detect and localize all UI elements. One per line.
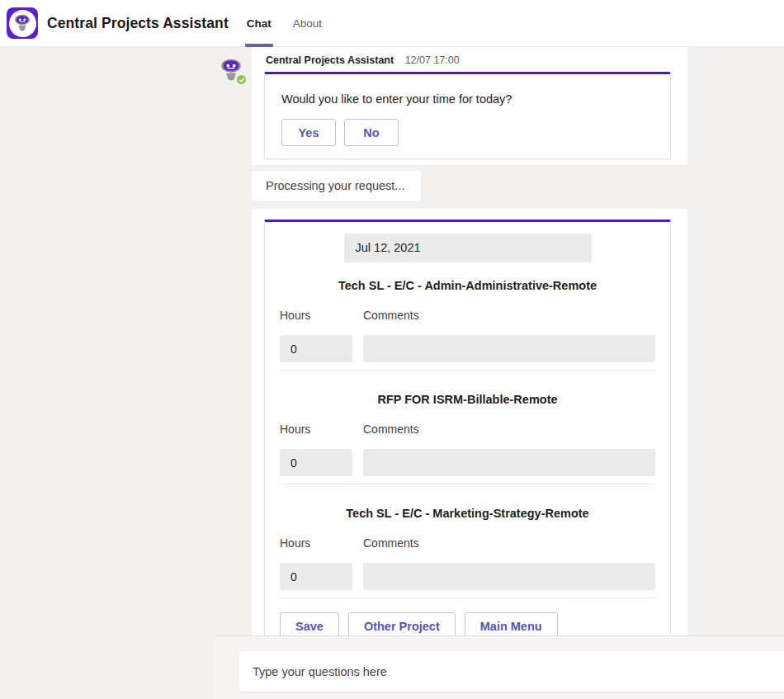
hours-input[interactable] — [280, 563, 352, 590]
project-section-3: Tech SL - E/C - Marketing-Strategy-Remot… — [280, 506, 655, 598]
hours-input[interactable] — [280, 449, 352, 476]
question-text: Would you like to enter your time for to… — [281, 91, 654, 107]
field-inputs — [280, 563, 655, 590]
robot-icon — [9, 10, 36, 37]
comments-label: Comments — [363, 536, 655, 551]
status-message: Processing your request... — [252, 171, 421, 201]
field-labels: Hours Comments — [280, 422, 655, 437]
section-divider — [280, 484, 655, 484]
question-actions: Yes No — [281, 119, 654, 146]
date-input[interactable]: Jul 12, 2021 — [344, 234, 592, 262]
field-labels: Hours Comments — [280, 536, 655, 551]
adaptive-card-question: Would you like to enter your time for to… — [264, 72, 671, 159]
tab-chat[interactable]: Chat — [245, 0, 273, 47]
comments-input[interactable] — [363, 335, 655, 362]
message-bot-question: Central Projects Assistant 12/07 17:00 W… — [252, 47, 687, 165]
main-menu-button[interactable]: Main Menu — [465, 612, 558, 635]
presence-available-check-icon — [236, 74, 247, 85]
app-window: Central Projects Assistant Chat About Ce — [0, 0, 784, 699]
form-actions: Save Other Project Main Menu — [280, 612, 655, 635]
no-button[interactable]: No — [344, 119, 399, 146]
bot-logo — [7, 7, 38, 39]
comments-input[interactable] — [363, 449, 655, 476]
comments-input[interactable] — [363, 563, 655, 590]
comments-label: Comments — [363, 308, 655, 324]
field-inputs — [280, 335, 655, 362]
adaptive-card-timesheet: Jul 12, 2021 Tech SL - E/C - Admin-Admin… — [264, 220, 671, 635]
section-divider — [280, 597, 655, 598]
project-section-1: Tech SL - E/C - Admin-Administrative-Rem… — [280, 278, 655, 371]
tab-bar: Chat About — [245, 0, 342, 47]
chat-input[interactable] — [239, 651, 784, 692]
message-header: Central Projects Assistant 12/07 17:00 — [252, 47, 687, 66]
project-title: Tech SL - E/C - Marketing-Strategy-Remot… — [280, 506, 655, 522]
hours-input[interactable] — [280, 335, 352, 362]
field-labels: Hours Comments — [280, 308, 655, 324]
save-button[interactable]: Save — [280, 612, 339, 635]
other-project-button[interactable]: Other Project — [348, 612, 456, 635]
section-divider — [280, 370, 655, 371]
project-title: RFP FOR ISRM-Billable-Remote — [280, 392, 655, 408]
message-timestamp: 12/07 17:00 — [405, 54, 460, 66]
hours-label: Hours — [280, 536, 352, 551]
tab-about[interactable]: About — [291, 0, 324, 47]
date-row: Jul 12, 2021 — [280, 234, 655, 262]
app-header: Central Projects Assistant Chat About — [0, 0, 784, 47]
project-title: Tech SL - E/C - Admin-Administrative-Rem… — [280, 278, 655, 294]
bot-avatar — [217, 56, 245, 84]
composer-bar — [216, 635, 784, 699]
message-bot-timesheet: Jul 12, 2021 Tech SL - E/C - Admin-Admin… — [252, 209, 687, 635]
hours-label: Hours — [280, 422, 352, 437]
yes-button[interactable]: Yes — [281, 119, 336, 146]
project-section-2: RFP FOR ISRM-Billable-Remote Hours Comme… — [280, 392, 655, 484]
comments-label: Comments — [363, 422, 655, 437]
message-sender: Central Projects Assistant — [266, 54, 394, 66]
chat-pane: Central Projects Assistant 12/07 17:00 W… — [216, 47, 784, 635]
app-title: Central Projects Assistant — [47, 15, 229, 32]
hours-label: Hours — [280, 308, 352, 324]
field-inputs — [280, 449, 655, 476]
